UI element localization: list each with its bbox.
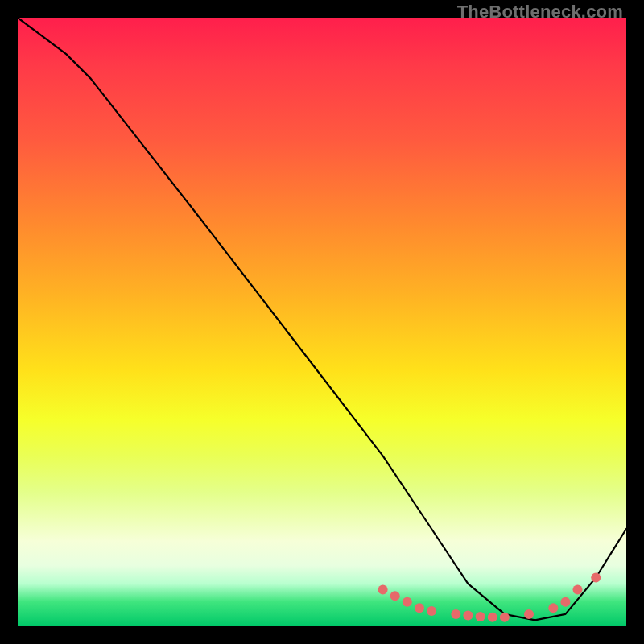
chart-svg bbox=[18, 18, 626, 626]
chart-plot-area bbox=[18, 18, 626, 626]
chart-marker-dot bbox=[488, 613, 497, 622]
chart-marker-dot bbox=[548, 603, 558, 613]
chart-marker-dot bbox=[378, 585, 388, 595]
chart-marker-dot bbox=[463, 610, 473, 620]
chart-marker-dot bbox=[427, 606, 436, 616]
chart-marker-dot bbox=[591, 573, 601, 583]
chart-marker-dot bbox=[524, 609, 534, 619]
chart-curve bbox=[18, 18, 626, 620]
watermark-text: TheBottleneck.com bbox=[457, 2, 623, 23]
chart-frame: TheBottleneck.com bbox=[0, 0, 644, 644]
chart-markers bbox=[378, 573, 601, 622]
chart-marker-dot bbox=[415, 603, 424, 613]
chart-marker-dot bbox=[451, 609, 460, 619]
chart-marker-dot bbox=[390, 591, 400, 601]
chart-marker-dot bbox=[500, 613, 510, 622]
chart-marker-dot bbox=[560, 597, 570, 607]
chart-marker-dot bbox=[402, 597, 412, 607]
chart-marker-dot bbox=[476, 612, 485, 621]
chart-marker-dot bbox=[573, 585, 583, 595]
